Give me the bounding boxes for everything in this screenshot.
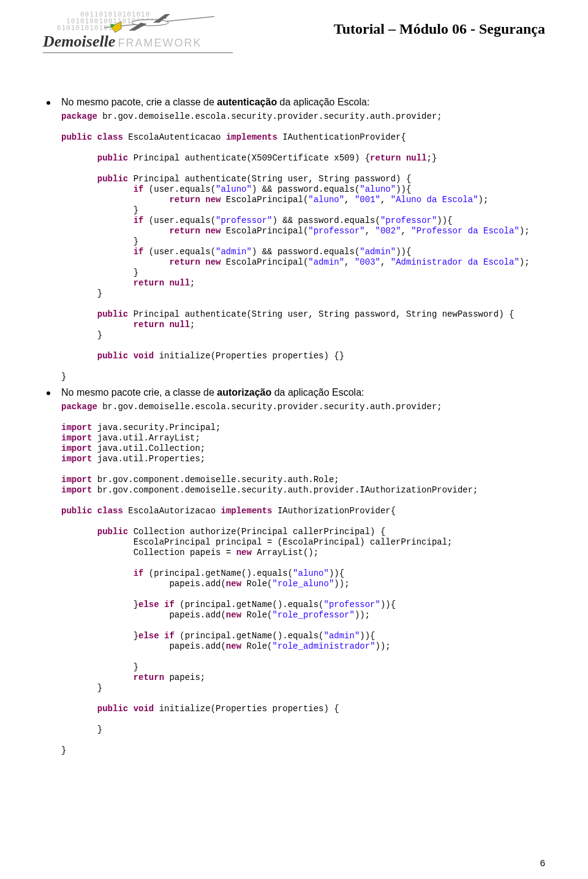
- bullet-text-1: No mesmo pacote, crie a classe de autent…: [61, 97, 369, 108]
- brand-framework: FRAMEWORK: [118, 37, 202, 50]
- bullet-text-2: No mesmo pacote crie, a classe de autori…: [61, 387, 364, 398]
- svg-point-1: [132, 20, 168, 26]
- logo-block: 001101010101010 10101001001101001010 010…: [43, 11, 239, 53]
- code-block-1: package br.gov.demoiselle.escola.securit…: [61, 111, 545, 382]
- svg-point-5: [137, 27, 139, 29]
- page-number: 6: [540, 858, 545, 868]
- svg-marker-2: [111, 21, 121, 32]
- code-block-2: package br.gov.demoiselle.escola.securit…: [61, 402, 545, 756]
- bullet-icon: [47, 391, 50, 395]
- header: 001101010101010 10101001001101001010 010…: [43, 11, 545, 78]
- svg-point-4: [165, 17, 167, 19]
- page-title: Tutorial – Módulo 06 - Segurança: [334, 11, 545, 37]
- bullet-item-1: No mesmo pacote, crie a classe de autent…: [47, 97, 545, 108]
- airplane-icon: [104, 9, 214, 37]
- brand-underline: [43, 52, 233, 53]
- content: No mesmo pacote, crie a classe de autent…: [43, 97, 545, 756]
- bullet-item-2: No mesmo pacote crie, a classe de autori…: [47, 387, 545, 398]
- page: 001101010101010 10101001001101001010 010…: [0, 0, 588, 879]
- bullet-icon: [47, 101, 50, 105]
